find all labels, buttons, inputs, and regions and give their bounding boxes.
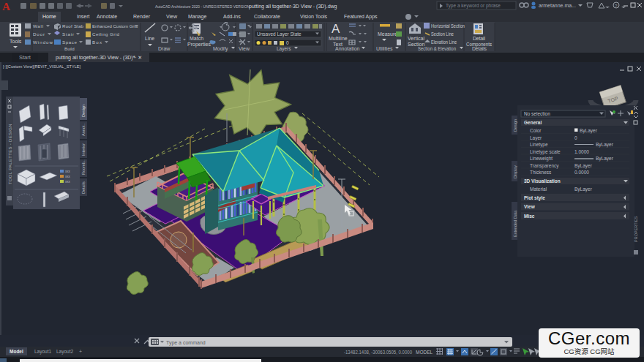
svg-text:Roof Slab: Roof Slab — [62, 23, 84, 29]
svg-text:0: 0 — [286, 40, 289, 45]
svg-text:Space: Space — [62, 39, 78, 45]
svg-text:ByLayer: ByLayer — [574, 186, 593, 192]
svg-text:Section Line: Section Line — [431, 31, 454, 37]
svg-text:Unsaved Layer State: Unsaved Layer State — [257, 31, 302, 37]
svg-text:Measure: Measure — [378, 31, 397, 37]
svg-text:Type a command: Type a command — [166, 340, 206, 346]
svg-text:Linetype scale: Linetype scale — [530, 149, 561, 155]
svg-text:1.0000: 1.0000 — [574, 149, 589, 154]
svg-text:Transparency: Transparency — [530, 163, 559, 169]
svg-text:Plot style: Plot style — [524, 195, 545, 201]
svg-text:Misc: Misc — [524, 214, 535, 219]
svg-text:Linetype: Linetype — [530, 142, 548, 148]
svg-text:Utilities: Utilities — [376, 46, 393, 51]
svg-text:Roomb..: Roomb.. — [81, 159, 86, 175]
svg-text:armetanne.ma...: armetanne.ma... — [539, 3, 576, 8]
svg-text:Match: Match — [190, 36, 203, 41]
svg-text:Layers: Layers — [277, 46, 291, 52]
svg-text:Details: Details — [472, 46, 487, 51]
svg-text:Line: Line — [145, 36, 154, 41]
svg-text:3D Visualization: 3D Visualization — [524, 178, 561, 184]
svg-text:Layer: Layer — [530, 135, 542, 141]
svg-text:Vertical: Vertical — [408, 36, 424, 41]
svg-text:Section & Elevation: Section & Elevation — [418, 46, 456, 51]
svg-text:Interior: Interior — [81, 143, 86, 156]
svg-text:Type a keyword or phrase: Type a keyword or phrase — [446, 3, 501, 9]
svg-text:?: ? — [615, 4, 618, 8]
svg-text:0.0000: 0.0000 — [574, 170, 589, 175]
svg-text:View: View — [239, 46, 250, 51]
svg-text:Extended Data: Extended Data — [513, 210, 517, 237]
svg-text:Window: Window — [33, 39, 53, 45]
svg-text:Stair: Stair — [62, 31, 74, 37]
svg-text:0: 0 — [574, 135, 577, 140]
svg-text:TOOL PALETTES - DESIGN: TOOL PALETTES - DESIGN — [8, 124, 12, 184]
svg-text:Multiline: Multiline — [329, 36, 348, 41]
svg-text:Thickness: Thickness — [530, 170, 552, 175]
svg-text:Modify: Modify — [213, 46, 228, 52]
svg-text:Box: Box — [92, 39, 102, 45]
svg-text:General: General — [524, 120, 542, 125]
svg-text:Ceiling Grid: Ceiling Grid — [92, 31, 120, 37]
svg-text:Material: Material — [530, 186, 547, 192]
svg-text:xxx: xxx — [65, 170, 71, 173]
svg-text:-13482.1408, -30063.0505, 0.00: -13482.1408, -30063.0505, 0.0000 — [344, 350, 412, 355]
svg-text:PROPERTIES: PROPERTIES — [634, 216, 638, 242]
svg-text:ByLayer: ByLayer — [580, 128, 598, 134]
svg-text:AutoCAD Architecture 2020 - UN: AutoCAD Architecture 2020 - UNREGISTERED… — [155, 4, 250, 9]
svg-text:Lineweight: Lineweight — [530, 156, 553, 162]
svg-text:Elevation Line: Elevation Line — [431, 39, 457, 45]
svg-text:ByLayer: ByLayer — [574, 163, 593, 169]
svg-text:xxx: xxx — [65, 180, 71, 184]
svg-text:Annotation: Annotation — [335, 46, 360, 51]
svg-text:Draw: Draw — [158, 46, 171, 51]
svg-text:No selection: No selection — [524, 111, 550, 116]
svg-text:Wall: Wall — [33, 23, 43, 29]
svg-text:xxx: xxx — [65, 175, 71, 178]
svg-text:Horizontal Section: Horizontal Section — [431, 23, 465, 29]
svg-text:View: View — [524, 204, 536, 209]
svg-text:Properties: Properties — [187, 42, 211, 48]
svg-text:Design: Design — [513, 119, 517, 132]
svg-text:ByLayer: ByLayer — [596, 142, 614, 148]
svg-text:Enhanced Custom Grid: Enhanced Custom Grid — [92, 23, 138, 29]
svg-text:Annot..: Annot.. — [81, 123, 86, 136]
svg-text:Color: Color — [530, 128, 542, 133]
svg-text:Detail: Detail — [473, 36, 485, 41]
svg-text:Door: Door — [33, 31, 45, 37]
svg-text:putting all together-3D View -: putting all together-3D View - (3D).dwg — [249, 4, 337, 10]
svg-text:Build: Build — [64, 46, 75, 51]
svg-text:A: A — [2, 1, 10, 12]
svg-text:Design: Design — [81, 105, 86, 117]
svg-text:A: A — [332, 22, 340, 36]
svg-text:ByLayer: ByLayer — [596, 156, 614, 162]
svg-text:Details: Details — [81, 181, 86, 194]
svg-text:Tools: Tools — [10, 39, 22, 44]
svg-text:Display: Display — [513, 165, 517, 178]
svg-text:MODEL: MODEL — [416, 350, 433, 355]
